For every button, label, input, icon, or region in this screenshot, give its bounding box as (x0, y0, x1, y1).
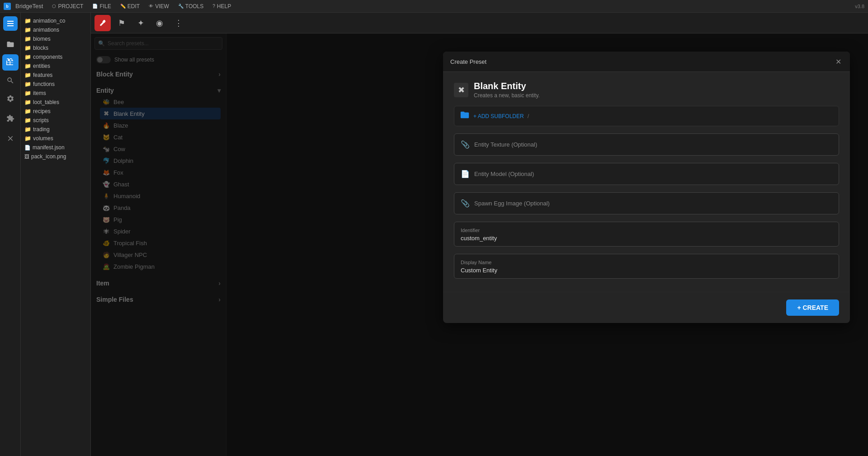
entity-texture-label: Entity Texture (Optional) (474, 141, 537, 148)
menu-edit[interactable]: ✏️ EDIT (117, 2, 143, 10)
dialog-titlebar: Create Preset ✕ (443, 52, 850, 72)
sidebar-icon-packages[interactable] (2, 54, 19, 71)
field-entity-texture[interactable]: 📎 Entity Texture (Optional) (454, 133, 839, 156)
entity-model-label: Entity Model (Optional) (474, 171, 534, 177)
sidebar-icon-plugin[interactable] (2, 110, 19, 127)
file-item-features[interactable]: 📁 features (21, 71, 90, 80)
toolbar: ⚑ ✦ ◉ ⋮ (91, 13, 868, 33)
create-button-label: + CREATE (797, 304, 828, 311)
file-item-loot-tables[interactable]: 📁 loot_tables (21, 98, 90, 107)
file-item-blocks[interactable]: 📁 blocks (21, 43, 90, 52)
content-area: ⚑ ✦ ◉ ⋮ 🔍 Show all presets (91, 13, 868, 456)
icon-sidebar (0, 13, 21, 456)
file-item-volumes[interactable]: 📁 volumes (21, 134, 90, 143)
app-title: BridgeTest (15, 3, 43, 10)
file-item-functions[interactable]: 📁 functions (21, 80, 90, 89)
dialog-preset-desc: Creates a new, basic entity. (474, 92, 540, 99)
create-button[interactable]: + CREATE (786, 299, 839, 316)
field-identifier: Identifier (454, 222, 839, 247)
path-slash: / (528, 113, 529, 119)
dialog-preset-icon: ✖ (454, 83, 468, 97)
display-name-input[interactable] (461, 267, 832, 274)
sidebar-icon-settings[interactable] (2, 90, 19, 107)
menu-help[interactable]: ? HELP (209, 2, 235, 10)
version: v3.8 (855, 4, 864, 9)
toolbar-btn-wrench[interactable] (94, 15, 111, 31)
file-item-pack-icon[interactable]: 🖼 pack_icon.png (21, 152, 90, 161)
toolbar-btn-person[interactable]: ✦ (132, 15, 149, 31)
dialog-footer: + CREATE (443, 292, 850, 323)
file-item-manifest[interactable]: 📄 manifest.json (21, 143, 90, 152)
sidebar-icon-close[interactable] (2, 130, 19, 147)
dialog-title: Create Preset (450, 58, 486, 65)
identifier-input[interactable] (461, 235, 832, 242)
path-folder-icon (460, 110, 470, 122)
toolbar-btn-more[interactable]: ⋮ (170, 15, 187, 31)
file-item-entities[interactable]: 📁 entities (21, 62, 90, 71)
toolbar-btn-globe[interactable]: ◉ (151, 15, 168, 31)
file-item-recipes[interactable]: 📁 recipes (21, 107, 90, 116)
field-spawn-egg[interactable]: 📎 Spawn Egg Image (Optional) (454, 192, 839, 214)
add-subfolder-label: + ADD SUBFOLDER (473, 113, 524, 119)
entity-texture-icon: 📎 (461, 140, 470, 149)
field-entity-model[interactable]: 📄 Entity Model (Optional) (454, 163, 839, 185)
sidebar-icon-search[interactable] (2, 72, 19, 89)
display-name-label: Display Name (461, 260, 832, 265)
menubar: b BridgeTest ⬡ PROJECT 📄 FILE ✏️ EDIT 👁 … (0, 0, 868, 13)
file-tree: 📁 animation_co 📁 animations 📁 biomes 📁 b… (21, 13, 90, 165)
menu-file[interactable]: 📄 FILE (89, 2, 114, 10)
dialog-overlay: Create Preset ✕ ✖ Blank Entity Creates a… (91, 33, 868, 456)
toolbar-btn-flag[interactable]: ⚑ (113, 15, 130, 31)
spawn-egg-label: Spawn Egg Image (Optional) (474, 200, 550, 207)
path-row: + ADD SUBFOLDER / (454, 106, 839, 126)
file-item-components[interactable]: 📁 components (21, 52, 90, 62)
dialog-header: ✖ Blank Entity Creates a new, basic enti… (454, 81, 839, 99)
dialog-close-button[interactable]: ✕ (834, 57, 843, 66)
file-item-animation-co[interactable]: 📁 animation_co (21, 16, 90, 25)
identifier-label: Identifier (461, 228, 832, 233)
file-item-biomes[interactable]: 📁 biomes (21, 34, 90, 43)
sidebar-icon-files[interactable] (2, 36, 19, 52)
app-logo: b (4, 3, 11, 10)
dialog-body: ✖ Blank Entity Creates a new, basic enti… (443, 72, 850, 292)
add-subfolder-button[interactable]: + ADD SUBFOLDER (473, 113, 524, 119)
file-item-scripts[interactable]: 📁 scripts (21, 116, 90, 125)
menu-tools[interactable]: 🔧 TOOLS (175, 2, 207, 10)
create-preset-dialog: Create Preset ✕ ✖ Blank Entity Creates a… (443, 52, 850, 323)
entity-model-icon: 📄 (461, 170, 470, 178)
menu-project[interactable]: ⬡ PROJECT (48, 2, 87, 10)
file-tree-panel: 📁 animation_co 📁 animations 📁 biomes 📁 b… (21, 13, 91, 456)
dialog-preset-name: Blank Entity (474, 81, 540, 91)
file-item-trading[interactable]: 📁 trading (21, 125, 90, 134)
field-display-name: Display Name (454, 254, 839, 279)
spawn-egg-icon: 📎 (461, 199, 470, 208)
file-item-animations[interactable]: 📁 animations (21, 25, 90, 34)
file-item-items[interactable]: 📁 items (21, 89, 90, 98)
menu-view[interactable]: 👁 VIEW (145, 2, 173, 10)
sidebar-logo (3, 16, 18, 31)
